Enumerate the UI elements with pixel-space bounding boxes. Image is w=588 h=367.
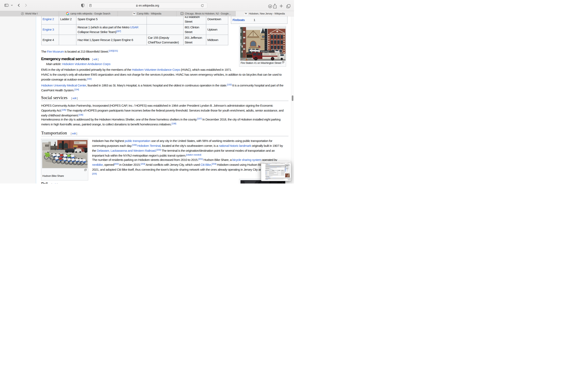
svg-text:W: W <box>133 12 135 15</box>
svg-text:G: G <box>181 12 183 15</box>
svg-text:W: W <box>245 12 247 15</box>
svg-text:HOBOKEN: HOBOKEN <box>261 51 269 53</box>
